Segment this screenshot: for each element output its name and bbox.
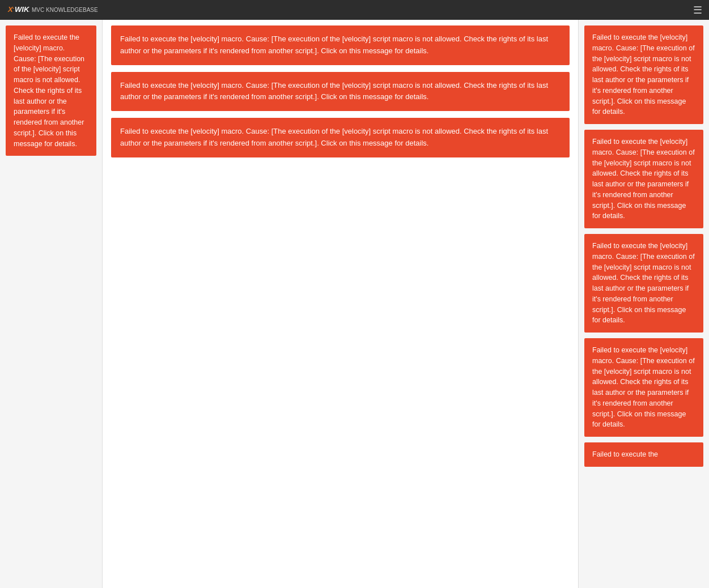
right-error-box-1[interactable]: Failed to execute the [velocity] macro. … xyxy=(584,25,703,124)
center-content: Failed to execute the [velocity] macro. … xyxy=(102,20,579,588)
right-error-box-3[interactable]: Failed to execute the [velocity] macro. … xyxy=(584,234,703,333)
logo-subtitle: MVC KNOWLEDGEBASE xyxy=(32,7,98,14)
navbar: X - WIKI MVC KNOWLEDGEBASE ☰ xyxy=(0,0,709,20)
left-sidebar: Failed to execute the [velocity] macro. … xyxy=(0,20,102,588)
svg-text:WIKI: WIKI xyxy=(15,5,29,14)
logo: X - WIKI MVC KNOWLEDGEBASE xyxy=(7,2,98,19)
center-error-box-1[interactable]: Failed to execute the [velocity] macro. … xyxy=(111,25,570,65)
hamburger-icon[interactable]: ☰ xyxy=(693,4,702,16)
logo-text: MVC KNOWLEDGEBASE xyxy=(32,7,98,14)
right-error-box-5[interactable]: Failed to execute the xyxy=(584,442,703,467)
left-error-box[interactable]: Failed to execute the [velocity] macro. … xyxy=(6,25,96,156)
right-error-box-2[interactable]: Failed to execute the [velocity] macro. … xyxy=(584,130,703,228)
center-error-box-2[interactable]: Failed to execute the [velocity] macro. … xyxy=(111,72,570,112)
right-error-box-4[interactable]: Failed to execute the [velocity] macro. … xyxy=(584,338,703,437)
logo-icon: X - WIKI xyxy=(7,2,29,19)
svg-text:-: - xyxy=(12,5,14,11)
right-sidebar: Failed to execute the [velocity] macro. … xyxy=(579,20,709,588)
main-layout: Failed to execute the [velocity] macro. … xyxy=(0,20,709,588)
center-error-box-3[interactable]: Failed to execute the [velocity] macro. … xyxy=(111,118,570,157)
